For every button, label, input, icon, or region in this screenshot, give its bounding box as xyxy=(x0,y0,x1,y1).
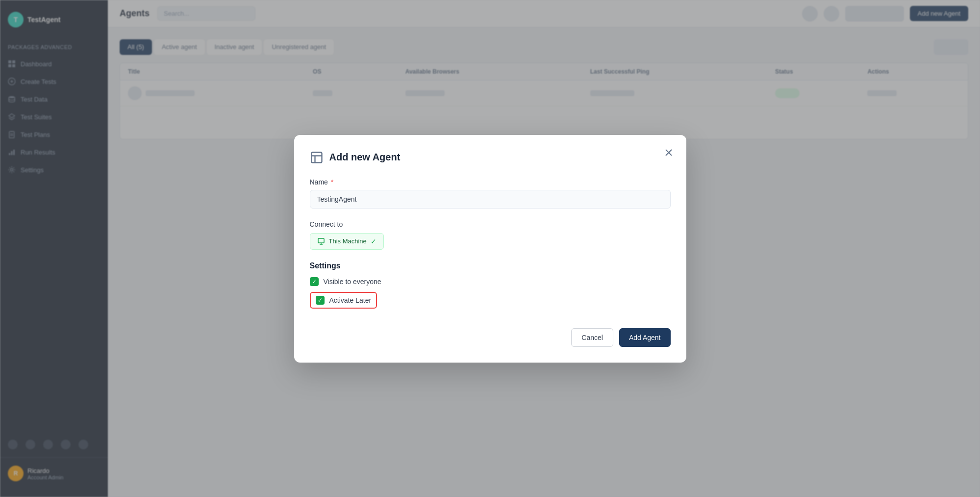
activate-later-label: Activate Later xyxy=(329,296,372,304)
name-input[interactable] xyxy=(310,190,671,209)
add-agent-button[interactable]: Add Agent xyxy=(619,328,671,347)
settings-title: Settings xyxy=(310,262,671,270)
name-label: Name * xyxy=(310,178,671,186)
visible-to-everyone-row: ✓ Visible to everyone xyxy=(310,277,671,286)
this-machine-badge[interactable]: This Machine ✓ xyxy=(310,233,384,250)
modal-overlay: Add new Agent Name * Connect to xyxy=(0,0,980,497)
connect-to-section: Connect to This Machine ✓ xyxy=(310,220,671,250)
machine-check-icon: ✓ xyxy=(371,237,377,245)
svg-rect-17 xyxy=(311,152,322,162)
modal-header-icon xyxy=(310,151,324,164)
activate-later-checkbox[interactable]: ✓ xyxy=(316,296,325,305)
activate-later-row: ✓ Activate Later xyxy=(310,292,377,309)
visible-to-everyone-label: Visible to everyone xyxy=(324,278,381,286)
activate-later-container: ✓ Activate Later xyxy=(310,292,671,314)
settings-section: Settings ✓ Visible to everyone ✓ Activat… xyxy=(310,262,671,314)
monitor-icon xyxy=(317,237,325,245)
modal-header: Add new Agent xyxy=(310,151,671,164)
add-agent-modal: Add new Agent Name * Connect to xyxy=(294,135,686,363)
modal-close-button[interactable] xyxy=(661,145,677,160)
svg-rect-22 xyxy=(318,238,324,243)
activate-check-icon: ✓ xyxy=(318,297,323,304)
machine-label: This Machine xyxy=(329,237,367,245)
modal-footer: Cancel Add Agent xyxy=(310,328,671,347)
name-form-group: Name * xyxy=(310,178,671,209)
connect-to-label: Connect to xyxy=(310,220,671,228)
check-icon: ✓ xyxy=(312,278,317,285)
close-icon xyxy=(665,149,673,157)
cancel-button[interactable]: Cancel xyxy=(571,328,613,347)
required-indicator: * xyxy=(329,178,333,186)
visible-to-everyone-checkbox[interactable]: ✓ xyxy=(310,277,319,286)
modal-title: Add new Agent xyxy=(329,152,401,163)
